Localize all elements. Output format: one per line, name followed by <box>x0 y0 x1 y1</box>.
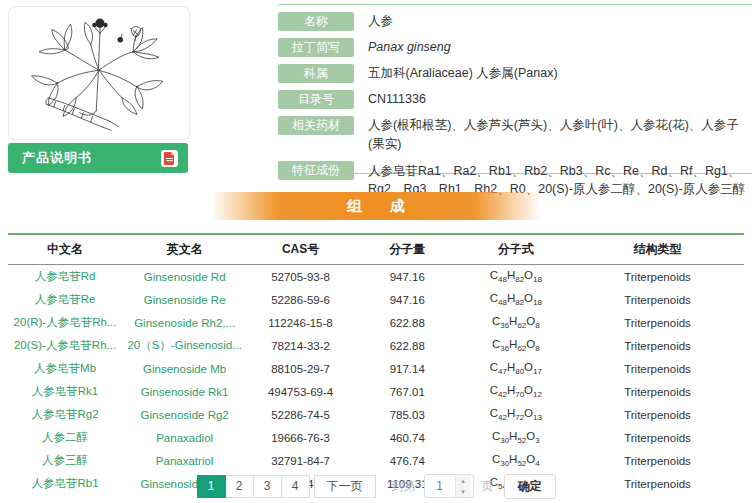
spinner-down-icon[interactable]: ▼ <box>456 486 471 497</box>
table-row: 20(R)-人参皂苷Rh...Ginsenoside Rh2,...112246… <box>8 311 744 334</box>
info-field-label: 科属 <box>278 64 354 83</box>
info-field-latin: 拉丁简写 Panax ginseng <box>278 38 752 57</box>
info-field-label: 相关药材 <box>278 116 354 135</box>
product-manual-button[interactable]: 产品说明书 <box>8 143 188 173</box>
info-field-value: 人参 <box>368 12 399 31</box>
info-field-catalog: 目录号 CN111336 <box>278 90 752 109</box>
table-row: 人参皂苷Rg2Ginsenoside Rg252286-74-5785.03C4… <box>8 403 744 426</box>
cell-molecular-formula: C42H70O12 <box>461 380 571 403</box>
info-field-label: 拉丁简写 <box>278 38 354 57</box>
cell-english-name[interactable]: Ginsenoside Re <box>122 288 247 311</box>
composition-table-body: 人参皂苷RdGinsenoside Rd52705-93-8947.16C48H… <box>8 265 744 496</box>
cell-english-name[interactable]: 20（S）-Ginsenosid... <box>122 334 247 357</box>
product-manual-label: 产品说明书 <box>22 149 92 167</box>
info-field-name: 名称 人参 <box>278 12 752 31</box>
goto-page-control: 到第 ▲ ▼ 页 <box>392 474 494 498</box>
cell-chinese-name[interactable]: 20(S)-人参皂苷Rh... <box>8 334 122 357</box>
cell-cas: 78214-33-2 <box>247 334 354 357</box>
cell-molecular-weight: 460.74 <box>354 426 461 449</box>
cell-english-name[interactable]: Ginsenoside Rk1 <box>122 380 247 403</box>
info-field-label: 特征成份 <box>278 161 354 180</box>
info-field-value: 人参(根和根茎)、人参芦头(芦头)、人参叶(叶)、人参花(花)、人参子(果实) <box>368 116 752 154</box>
spinner-arrows: ▲ ▼ <box>455 475 471 497</box>
cell-molecular-formula: C48H82O18 <box>461 288 571 311</box>
info-field-value: CN111336 <box>368 90 432 109</box>
cell-molecular-formula: C47H80O17 <box>461 357 571 380</box>
cell-cas: 494753-69-4 <box>247 380 354 403</box>
cell-structure-type: Triterpenoids <box>571 288 744 311</box>
cell-molecular-weight: 917.14 <box>354 357 461 380</box>
info-field-value: 五加科(Araliaceae) 人参属(Panax) <box>368 64 564 83</box>
page-number-input[interactable] <box>425 475 455 497</box>
column-header-cas: CAS号 <box>247 234 354 265</box>
cell-cas: 52286-59-6 <box>247 288 354 311</box>
cell-english-name[interactable]: Ginsenoside Mb <box>122 357 247 380</box>
cell-structure-type: Triterpenoids <box>571 380 744 403</box>
cell-molecular-formula: C30H52O3 <box>461 426 571 449</box>
cell-molecular-formula: C36H62O8 <box>461 334 571 357</box>
spinner-up-icon[interactable]: ▲ <box>456 475 471 486</box>
cell-molecular-weight: 476.74 <box>354 449 461 472</box>
goto-suffix-label: 页 <box>482 478 494 495</box>
page-button-3[interactable]: 3 <box>253 475 282 498</box>
composition-section-title: 组 成 <box>211 192 541 220</box>
product-image-card <box>8 6 190 140</box>
product-info-panel: 名称 人参 拉丁简写 Panax ginseng 科属 五加科(Araliace… <box>278 4 752 174</box>
table-row: 人参皂苷Rk1Ginsenoside Rk1494753-69-4767.01C… <box>8 380 744 403</box>
cell-english-name[interactable]: Panaxadiol <box>122 426 247 449</box>
cell-chinese-name[interactable]: 人参二醇 <box>8 426 122 449</box>
info-field-related: 相关药材 人参(根和根茎)、人参芦头(芦头)、人参叶(叶)、人参花(花)、人参子… <box>278 116 752 154</box>
table-row: 人参皂苷RdGinsenoside Rd52705-93-8947.16C48H… <box>8 265 744 289</box>
page-button-2[interactable]: 2 <box>225 475 254 498</box>
cell-structure-type: Triterpenoids <box>571 403 744 426</box>
table-row: 人参三醇Panaxatriol32791-84-7476.74C30H52O4T… <box>8 449 744 472</box>
cell-cas: 32791-84-7 <box>247 449 354 472</box>
cell-chinese-name[interactable]: 人参皂苷Rd <box>8 265 122 289</box>
info-field-family: 科属 五加科(Araliaceae) 人参属(Panax) <box>278 64 752 83</box>
column-header-molecular-formula: 分子式 <box>461 234 571 265</box>
cell-cas: 52286-74-5 <box>247 403 354 426</box>
cell-cas: 52705-93-8 <box>247 265 354 289</box>
cell-molecular-formula: C30H52O4 <box>461 449 571 472</box>
cell-english-name[interactable]: Panaxatriol <box>122 449 247 472</box>
info-field-label: 名称 <box>278 12 354 31</box>
page-button-1[interactable]: 1 <box>197 475 226 498</box>
cell-cas: 112246-15-8 <box>247 311 354 334</box>
ginseng-illustration <box>20 13 178 133</box>
cell-chinese-name[interactable]: 人参皂苷Re <box>8 288 122 311</box>
table-row: 20(S)-人参皂苷Rh...20（S）-Ginsenosid...78214-… <box>8 334 744 357</box>
cell-cas: 88105-29-7 <box>247 357 354 380</box>
cell-molecular-weight: 785.03 <box>354 403 461 426</box>
cell-structure-type: Triterpenoids <box>571 265 744 289</box>
page-button-4[interactable]: 4 <box>281 475 310 498</box>
cell-molecular-weight: 622.88 <box>354 311 461 334</box>
cell-chinese-name[interactable]: 人参皂苷Rk1 <box>8 380 122 403</box>
next-page-button[interactable]: 下一页 <box>314 475 376 498</box>
cell-english-name[interactable]: Ginsenoside Rd <box>122 265 247 289</box>
info-field-value: Panax ginseng <box>368 38 457 57</box>
cell-chinese-name[interactable]: 人参皂苷Rg2 <box>8 403 122 426</box>
cell-chinese-name[interactable]: 人参三醇 <box>8 449 122 472</box>
page-number-spinner: ▲ ▼ <box>424 474 474 498</box>
cell-molecular-formula: C36H62O8 <box>461 311 571 334</box>
column-header-chinese-name: 中文名 <box>8 234 122 265</box>
composition-section-header: 组 成 <box>0 192 752 220</box>
cell-english-name[interactable]: Ginsenoside Rh2,... <box>122 311 247 334</box>
cell-molecular-formula: C42H72O13 <box>461 403 571 426</box>
column-header-structure-type: 结构类型 <box>571 234 744 265</box>
confirm-button[interactable]: 确定 <box>504 474 556 499</box>
cell-english-name[interactable]: Ginsenoside Rg2 <box>122 403 247 426</box>
cell-molecular-weight: 947.16 <box>354 265 461 289</box>
table-row: 人参二醇Panaxadiol19666-76-3460.74C30H52O3Tr… <box>8 426 744 449</box>
column-header-english-name: 英文名 <box>122 234 247 265</box>
goto-prefix-label: 到第 <box>392 478 416 495</box>
cell-molecular-weight: 767.01 <box>354 380 461 403</box>
cell-structure-type: Triterpenoids <box>571 334 744 357</box>
cell-chinese-name[interactable]: 人参皂苷Mb <box>8 357 122 380</box>
cell-molecular-formula: C48H82O18 <box>461 265 571 289</box>
pdf-icon <box>161 150 178 167</box>
cell-chinese-name[interactable]: 20(R)-人参皂苷Rh... <box>8 311 122 334</box>
cell-cas: 19666-76-3 <box>247 426 354 449</box>
table-header-row: 中文名 英文名 CAS号 分子量 分子式 结构类型 <box>8 234 744 265</box>
cell-molecular-weight: 622.88 <box>354 334 461 357</box>
